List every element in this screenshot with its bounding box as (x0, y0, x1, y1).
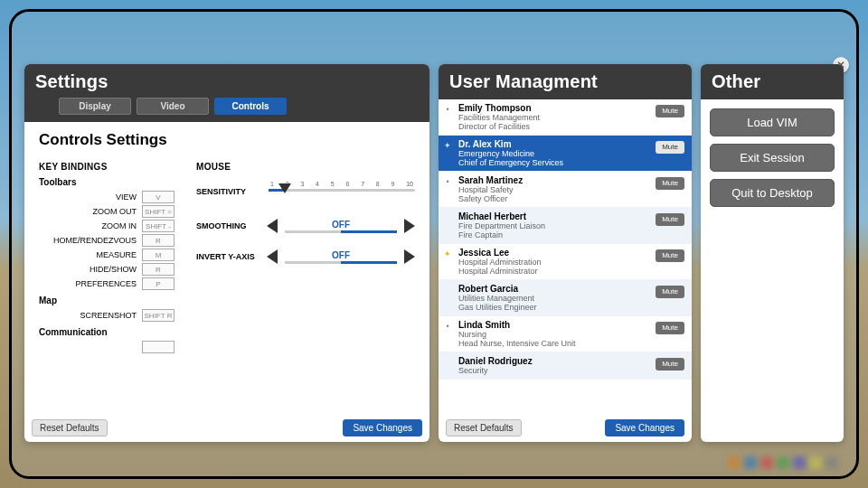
kb-row: VIEWV (39, 191, 175, 203)
smoothing-value: OFF (285, 220, 397, 233)
user-role: Gas Utilities Engineer (458, 303, 650, 312)
invert-row: INVERT Y-AXIS OFF (196, 249, 415, 264)
star-icon: ✦ (442, 248, 453, 258)
sensitivity-row: SENSITIVITY 12345678910 (196, 181, 415, 202)
kb-label: HIDE/SHOW (39, 265, 137, 274)
user-name: Michael Herbert (458, 211, 650, 221)
keybindings-header: KEY BINDINGS (39, 162, 175, 172)
smoothing-next-icon[interactable] (404, 219, 415, 233)
exit-session-button[interactable]: Exit Session (710, 144, 835, 172)
kb-box[interactable]: R (142, 263, 175, 276)
user-text: Linda SmithNursingHead Nurse, Intensive … (458, 320, 650, 348)
user-role: Chief of Emergency Services (458, 158, 650, 167)
mute-button[interactable]: Mute (656, 358, 684, 371)
kb-label: ZOOM OUT (39, 207, 137, 216)
none-icon (442, 211, 453, 213)
taskbar-icon (793, 456, 806, 469)
settings-title: Settings (35, 71, 419, 92)
mute-button[interactable]: Mute (656, 249, 684, 262)
kb-box[interactable]: P (142, 277, 175, 290)
users-panel: User Managment •Emily ThompsonFacilities… (439, 64, 692, 442)
sensitivity-label: SENSITIVITY (196, 187, 259, 196)
kb-row: MEASUREM (39, 249, 175, 261)
kb-label: PREFERENCES (39, 279, 137, 288)
users-header: User Managment (439, 64, 692, 99)
user-text: Jessica LeeHospital AdministrationHospit… (458, 248, 650, 276)
kb-label: ZOOM IN (39, 221, 137, 230)
toolbars-subhead: Toolbars (39, 177, 175, 187)
invert-prev-icon[interactable] (267, 249, 278, 264)
user-role: Hospital Administrator (458, 267, 650, 276)
settings-save-button[interactable]: Save Changes (343, 419, 422, 436)
users-scroll[interactable]: •Emily ThompsonFacilities ManagementDire… (439, 99, 692, 414)
tab-video[interactable]: Video (137, 98, 209, 115)
mute-button[interactable]: Mute (656, 286, 684, 298)
taskbar-icon (809, 456, 822, 469)
none-icon (442, 356, 453, 358)
invert-next-icon[interactable] (404, 249, 415, 264)
mute-button[interactable]: Mute (656, 322, 684, 334)
plus-icon: ✦ (442, 139, 453, 150)
user-role: Safety Officer (458, 194, 650, 203)
mute-button[interactable]: Mute (656, 177, 684, 190)
settings-panel: Settings DisplayVideoControls Controls S… (24, 64, 429, 442)
users-reset-button[interactable]: Reset Defaults (446, 419, 522, 436)
user-dept: Facilities Management (458, 113, 650, 122)
user-name: Dr. Alex Kim (458, 139, 650, 149)
mute-button[interactable]: Mute (656, 141, 684, 154)
user-text: Emily ThompsonFacilities ManagementDirec… (458, 103, 650, 131)
user-text: Sarah MartinezHospital SafetySafety Offi… (458, 175, 650, 203)
user-row[interactable]: ✦Jessica LeeHospital AdministrationHospi… (439, 244, 692, 280)
settings-header: Settings DisplayVideoControls (24, 64, 429, 122)
invert-label: INVERT Y-AXIS (196, 252, 259, 261)
kb-row: SCREENSHOTSHIFT R (39, 309, 175, 322)
user-name: Linda Smith (458, 320, 650, 330)
load-vim-button[interactable]: Load VIM (710, 108, 835, 136)
taskbar-icon (777, 456, 789, 469)
settings-subtitle: Controls Settings (39, 131, 415, 149)
kb-box[interactable]: M (142, 249, 175, 261)
kb-box[interactable]: R (142, 234, 175, 247)
kb-label: SCREENSHOT (39, 311, 137, 320)
user-dept: Hospital Administration (458, 258, 650, 267)
user-name: Emily Thompson (458, 103, 650, 113)
other-panel: Other Load VIMExit SessionQuit to Deskto… (701, 64, 844, 442)
settings-scroll[interactable]: Controls Settings KEY BINDINGS Toolbars … (24, 122, 429, 414)
mute-button[interactable]: Mute (656, 105, 684, 117)
user-role: Director of Facilities (458, 122, 650, 131)
other-header: Other (701, 64, 844, 99)
panels-row: Settings DisplayVideoControls Controls S… (24, 64, 844, 442)
user-row[interactable]: •Sarah MartinezHospital SafetySafety Off… (439, 172, 692, 208)
settings-reset-button[interactable]: Reset Defaults (32, 419, 108, 436)
user-text: Dr. Alex KimEmergency MedicineChief of E… (458, 139, 650, 167)
kb-label: MEASURE (39, 250, 137, 259)
dot-icon: • (442, 103, 453, 114)
kb-box[interactable]: V (142, 191, 175, 203)
user-row[interactable]: Michael HerbertFire Department LiaisonFi… (439, 208, 692, 244)
kb-box[interactable] (142, 341, 175, 353)
user-row[interactable]: Robert GarciaUtilities ManagementGas Uti… (439, 280, 692, 316)
kb-row: ZOOM INSHIFT - (39, 220, 175, 232)
user-name: Jessica Lee (458, 248, 650, 258)
user-row[interactable]: •Emily ThompsonFacilities ManagementDire… (439, 99, 692, 136)
sensitivity-slider[interactable]: 12345678910 (269, 181, 415, 202)
user-row[interactable]: •Linda SmithNursingHead Nurse, Intensive… (439, 316, 692, 352)
kb-row: PREFERENCESP (39, 277, 175, 290)
kb-label: HOME/RENDEZVOUS (39, 236, 137, 245)
kb-label: VIEW (39, 192, 137, 202)
smoothing-prev-icon[interactable] (267, 219, 278, 233)
dot-icon: • (442, 320, 453, 331)
user-row[interactable]: Daniel RodriguezSecurityMute (439, 352, 692, 380)
none-icon (442, 284, 453, 286)
kb-box[interactable]: SHIFT - (142, 220, 175, 232)
tab-controls[interactable]: Controls (214, 98, 287, 115)
kb-box[interactable]: SHIFT R (142, 309, 175, 322)
users-save-button[interactable]: Save Changes (605, 419, 684, 436)
kb-box[interactable]: SHIFT = (142, 205, 175, 218)
mute-button[interactable]: Mute (656, 213, 684, 226)
user-text: Michael HerbertFire Department LiaisonFi… (458, 211, 650, 239)
user-dept: Emergency Medicine (458, 149, 650, 158)
quit-to-desktop-button[interactable]: Quit to Desktop (710, 179, 835, 207)
user-row[interactable]: ✦Dr. Alex KimEmergency MedicineChief of … (439, 136, 692, 172)
tab-display[interactable]: Display (59, 98, 131, 115)
